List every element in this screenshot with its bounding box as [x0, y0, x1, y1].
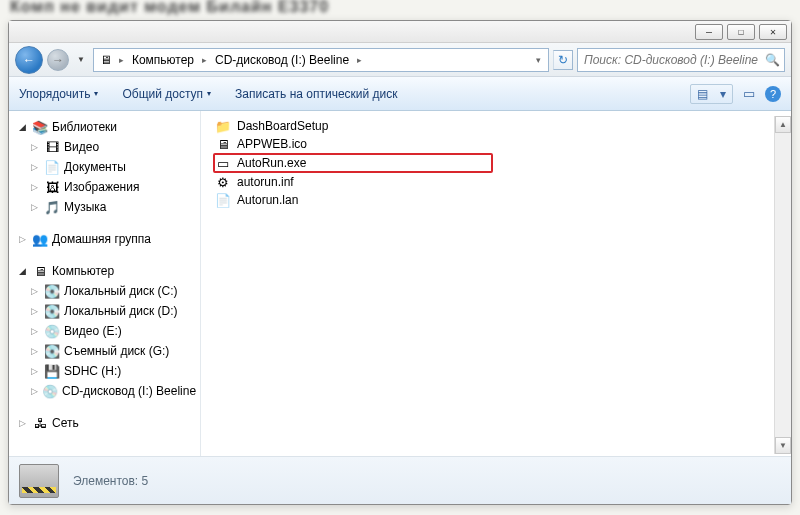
tree-libraries[interactable]: ◢ 📚 Библиотеки	[9, 117, 200, 137]
expander-closed-icon[interactable]: ▷	[31, 386, 38, 396]
homegroup-icon: 👥	[32, 231, 48, 247]
file-item[interactable]: 📄Autorun.lan	[213, 191, 493, 209]
nav-back-button[interactable]: ←	[15, 46, 43, 74]
file-item[interactable]: ⚙autorun.inf	[213, 173, 493, 191]
breadcrumb-item-drive[interactable]: CD-дисковод (I:) Beeline	[212, 53, 352, 67]
view-mode-switch[interactable]: ▤ ▾	[690, 84, 733, 104]
computer-icon: 🖥	[98, 52, 114, 68]
breadcrumb-sep-icon[interactable]: ▸	[116, 55, 127, 65]
breadcrumb-sep-icon[interactable]: ▸	[354, 55, 365, 65]
tree-label: Сеть	[52, 416, 79, 430]
share-button[interactable]: Общий доступ ▾	[122, 87, 211, 101]
burn-button[interactable]: Записать на оптический диск	[235, 87, 398, 101]
tree-drive-item[interactable]: ▷💿Видео (E:)	[9, 321, 200, 341]
chevron-down-icon: ▾	[207, 89, 211, 98]
expander-closed-icon[interactable]: ▷	[31, 326, 40, 336]
tree-library-item[interactable]: ▷🖼Изображения	[9, 177, 200, 197]
tree-label: Домашняя группа	[52, 232, 151, 246]
tree-label: Изображения	[64, 180, 139, 194]
tree-drive-item[interactable]: ▷💿CD-дисковод (I:) Beeline	[9, 381, 200, 401]
search-input[interactable]	[582, 52, 765, 68]
expander-closed-icon[interactable]: ▷	[31, 182, 40, 192]
vertical-scrollbar[interactable]: ▲ ▼	[774, 116, 791, 454]
page-bg-title: Комп не видит модем Билайн Е3370	[10, 0, 329, 16]
nav-forward-button[interactable]: →	[47, 49, 69, 71]
address-dropdown[interactable]: ▾	[533, 55, 544, 65]
arrow-right-icon: →	[52, 53, 64, 67]
library-item-icon: 🎵	[44, 199, 60, 215]
drive-icon: 💽	[44, 283, 60, 299]
drive-thumbnail-icon	[19, 464, 59, 498]
preview-pane-button[interactable]: ▭	[743, 86, 755, 101]
nav-history-dropdown[interactable]: ▼	[73, 55, 89, 64]
expander-closed-icon[interactable]: ▷	[31, 346, 40, 356]
scroll-down-button[interactable]: ▼	[775, 437, 791, 454]
file-icon: ⚙	[215, 174, 231, 190]
chevron-down-icon: ▾	[94, 89, 98, 98]
details-pane: Элементов: 5	[9, 456, 791, 504]
file-item[interactable]: 🖥APPWEB.ico	[213, 135, 493, 153]
expander-closed-icon[interactable]: ▷	[19, 418, 28, 428]
expander-closed-icon[interactable]: ▷	[31, 162, 40, 172]
tree-drive-item[interactable]: ▷💽Локальный диск (D:)	[9, 301, 200, 321]
library-item-icon: 🎞	[44, 139, 60, 155]
tree-label: Съемный диск (G:)	[64, 344, 169, 358]
tree-label: Музыка	[64, 200, 106, 214]
address-bar[interactable]: 🖥 ▸ Компьютер ▸ CD-дисковод (I:) Beeline…	[93, 48, 549, 72]
refresh-button[interactable]: ↻	[553, 50, 573, 70]
search-box[interactable]: 🔍	[577, 48, 785, 72]
file-name: DashBoardSetup	[237, 119, 328, 133]
breadcrumb-item-computer[interactable]: Компьютер	[129, 53, 197, 67]
libraries-icon: 📚	[32, 119, 48, 135]
file-icon: ▭	[215, 155, 231, 171]
tree-drive-item[interactable]: ▷💽Съемный диск (G:)	[9, 341, 200, 361]
help-button[interactable]: ?	[765, 86, 781, 102]
organize-button[interactable]: Упорядочить ▾	[19, 87, 98, 101]
tree-drive-item[interactable]: ▷💽Локальный диск (C:)	[9, 281, 200, 301]
tree-label: SDHC (H:)	[64, 364, 121, 378]
expander-closed-icon[interactable]: ▷	[31, 306, 40, 316]
share-label: Общий доступ	[122, 87, 203, 101]
scroll-up-button[interactable]: ▲	[775, 116, 791, 133]
tree-library-item[interactable]: ▷🎞Видео	[9, 137, 200, 157]
tree-network[interactable]: ▷ 🖧 Сеть	[9, 413, 200, 433]
item-count-label: Элементов: 5	[73, 474, 148, 488]
tree-computer[interactable]: ◢ 🖥 Компьютер	[9, 261, 200, 281]
tree-label: Библиотеки	[52, 120, 117, 134]
expander-open-icon[interactable]: ◢	[19, 266, 28, 276]
expander-open-icon[interactable]: ◢	[19, 122, 28, 132]
tree-library-item[interactable]: ▷🎵Музыка	[9, 197, 200, 217]
minimize-button[interactable]: —	[695, 24, 723, 40]
tree-homegroup[interactable]: ▷ 👥 Домашняя группа	[9, 229, 200, 249]
file-name: AutoRun.exe	[237, 156, 306, 170]
file-icon: 📁	[215, 118, 231, 134]
file-list-pane[interactable]: 📁DashBoardSetup🖥APPWEB.ico▭AutoRun.exe⚙a…	[201, 111, 791, 456]
command-bar: Упорядочить ▾ Общий доступ ▾ Записать на…	[9, 77, 791, 111]
close-button[interactable]: ✕	[759, 24, 787, 40]
expander-closed-icon[interactable]: ▷	[19, 234, 28, 244]
tree-label: Компьютер	[52, 264, 114, 278]
file-icon: 🖥	[215, 136, 231, 152]
file-item[interactable]: 📁DashBoardSetup	[213, 117, 493, 135]
drive-icon: 💿	[42, 383, 58, 399]
expander-closed-icon[interactable]: ▷	[31, 286, 40, 296]
computer-icon: 🖥	[32, 263, 48, 279]
refresh-icon: ↻	[558, 53, 568, 67]
expander-closed-icon[interactable]: ▷	[31, 202, 40, 212]
expander-closed-icon[interactable]: ▷	[31, 142, 40, 152]
burn-label: Записать на оптический диск	[235, 87, 398, 101]
tree-library-item[interactable]: ▷📄Документы	[9, 157, 200, 177]
drive-icon: 💽	[44, 303, 60, 319]
expander-closed-icon[interactable]: ▷	[31, 366, 40, 376]
file-item[interactable]: ▭AutoRun.exe	[213, 153, 493, 173]
tree-drive-item[interactable]: ▷💾SDHC (H:)	[9, 361, 200, 381]
tree-label: Локальный диск (C:)	[64, 284, 178, 298]
maximize-button[interactable]: ☐	[727, 24, 755, 40]
tree-label: CD-дисковод (I:) Beeline	[62, 384, 196, 398]
drive-icon: 💿	[44, 323, 60, 339]
organize-label: Упорядочить	[19, 87, 90, 101]
view-list-icon[interactable]: ▤	[691, 85, 714, 103]
search-icon[interactable]: 🔍	[765, 53, 780, 67]
chevron-down-icon[interactable]: ▾	[714, 85, 732, 103]
breadcrumb-sep-icon[interactable]: ▸	[199, 55, 210, 65]
